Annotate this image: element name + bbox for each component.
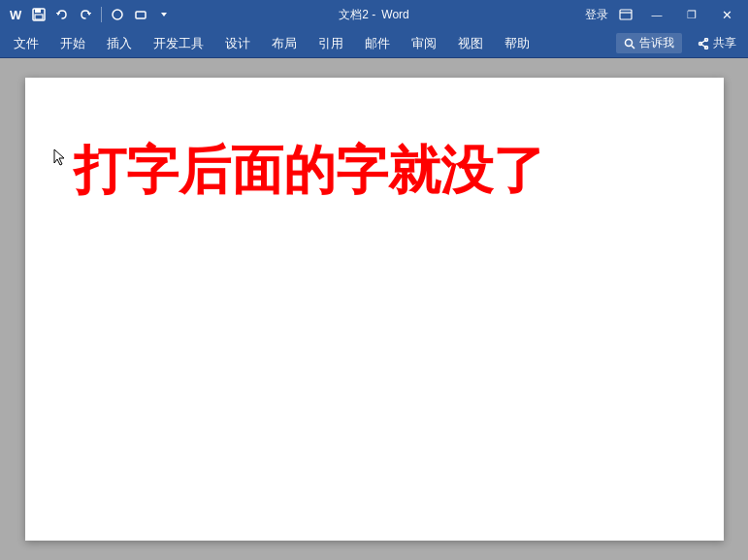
- minimize-button[interactable]: —: [643, 5, 670, 24]
- menu-design[interactable]: 设计: [215, 31, 260, 56]
- menu-references[interactable]: 引用: [309, 31, 353, 56]
- menu-help[interactable]: 帮助: [495, 31, 539, 56]
- customize-qa-dropdown-icon[interactable]: [154, 5, 174, 24]
- svg-line-11: [632, 46, 634, 49]
- svg-point-5: [113, 10, 122, 19]
- menu-layout[interactable]: 布局: [262, 31, 307, 56]
- share-button[interactable]: 共享: [690, 33, 744, 53]
- cursor-arrow: [52, 148, 68, 167]
- menu-mailings[interactable]: 邮件: [355, 31, 400, 56]
- document-name: 文档2 -: [339, 7, 375, 23]
- signin-button[interactable]: 登录: [585, 7, 608, 23]
- menu-developer[interactable]: 开发工具: [144, 31, 213, 56]
- document-page[interactable]: 打字后面的字就没了: [25, 78, 724, 541]
- svg-rect-4: [35, 15, 43, 19]
- menu-bar: 文件 开始 插入 开发工具 设计 布局 引用 邮件 审阅 视图 帮助 告诉我 共…: [0, 29, 748, 58]
- svg-rect-6: [136, 12, 146, 18]
- rectangle-shape-icon[interactable]: [131, 5, 150, 24]
- title-bar: W: [0, 0, 748, 29]
- share-label: 共享: [713, 35, 736, 51]
- menu-insert[interactable]: 插入: [97, 31, 142, 56]
- redo-icon[interactable]: [76, 5, 95, 24]
- share-icon: [698, 38, 709, 49]
- document-text[interactable]: 打字后面的字就没了: [74, 136, 675, 207]
- document-area: 打字后面的字就没了: [0, 58, 748, 560]
- title-bar-right: 登录 — ❐ ✕: [585, 5, 740, 24]
- title-bar-left: W: [8, 5, 174, 24]
- svg-marker-7: [161, 13, 167, 16]
- svg-rect-3: [35, 9, 41, 13]
- svg-point-10: [626, 39, 633, 46]
- svg-marker-17: [54, 149, 64, 165]
- tell-me-search[interactable]: 告诉我: [616, 33, 682, 53]
- menu-home[interactable]: 开始: [50, 31, 95, 56]
- save-icon[interactable]: [29, 5, 49, 24]
- restore-button[interactable]: ❐: [678, 5, 705, 24]
- svg-rect-8: [620, 10, 632, 19]
- menu-review[interactable]: 审阅: [402, 31, 446, 56]
- search-icon: [624, 38, 635, 49]
- menu-file[interactable]: 文件: [4, 31, 49, 56]
- circle-shape-icon[interactable]: [108, 5, 127, 24]
- menu-view[interactable]: 视图: [448, 31, 493, 56]
- menu-bar-right: 告诉我 共享: [616, 33, 744, 53]
- title-bar-center: 文档2 - Word: [339, 7, 408, 23]
- word-app-icon: W: [8, 6, 25, 23]
- toolbar-separator: [101, 7, 102, 22]
- app-name: Word: [381, 8, 408, 21]
- undo-icon[interactable]: [52, 5, 72, 24]
- svg-text:W: W: [10, 8, 22, 22]
- ribbon-display-icon[interactable]: [616, 5, 635, 24]
- close-button[interactable]: ✕: [713, 5, 740, 24]
- search-label: 告诉我: [639, 35, 674, 51]
